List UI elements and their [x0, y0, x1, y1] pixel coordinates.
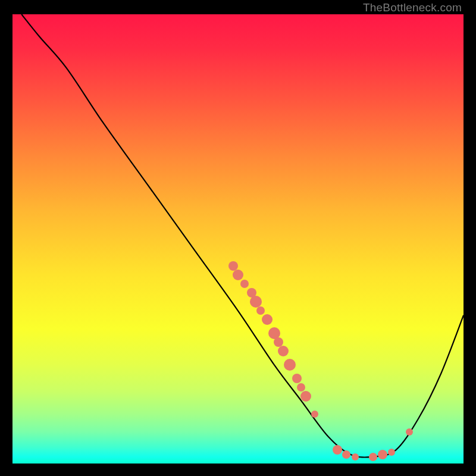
- chart-frame: [0, 0, 476, 476]
- watermark-text: TheBottleneck.com: [363, 1, 462, 14]
